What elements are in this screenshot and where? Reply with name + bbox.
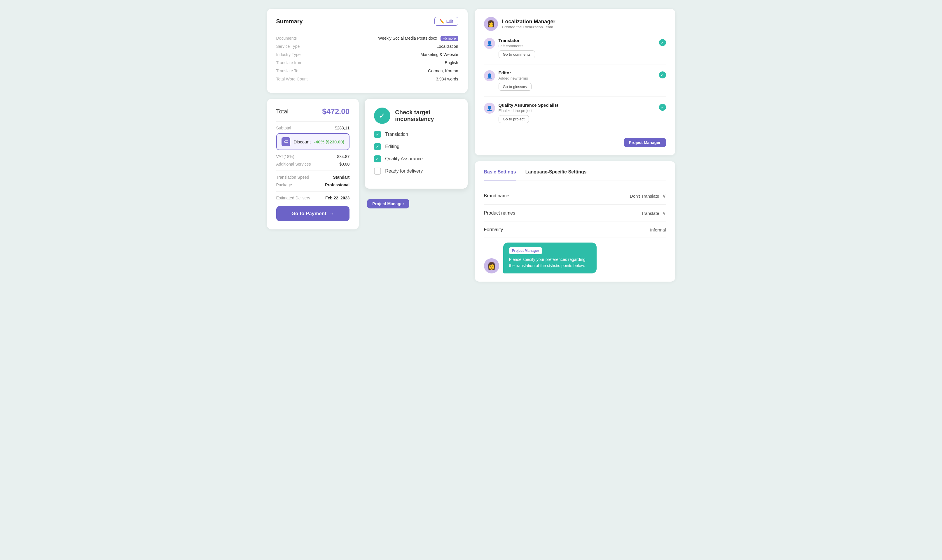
brand-value[interactable]: Don't Translate ∨	[630, 193, 666, 199]
edit-icon: ✏️	[439, 19, 444, 24]
settings-row-brand: Brand name Don't Translate ∨	[484, 188, 666, 205]
package-label: Package	[276, 183, 292, 187]
service-label: Service Type	[276, 44, 300, 49]
main-container: Summary ✏️ Edit Documents Weekly Social …	[267, 9, 675, 282]
word-count-value: 3.934 words	[436, 77, 458, 82]
check-item-translation: ✓ Translation	[374, 131, 458, 138]
check-title: Check target inconsistency	[395, 109, 458, 122]
translation-label: Translation	[385, 132, 408, 137]
industry-value: Marketing & Website	[421, 52, 458, 57]
word-count-label: Total Word Count	[276, 77, 308, 82]
package-row: Package Professional	[276, 183, 350, 187]
go-to-project-button[interactable]: Go to project	[499, 115, 529, 123]
summary-row-documents: Documents Weekly Social Media Posts.docx…	[276, 36, 458, 40]
translator-action: Left comments	[499, 44, 655, 48]
brand-chevron-icon[interactable]: ∨	[662, 193, 666, 199]
editing-checkbox[interactable]: ✓	[374, 143, 381, 150]
qa-content: Quality Assurance Specialist Finalized t…	[499, 103, 655, 123]
go-to-comments-button[interactable]: Go to comments	[499, 51, 535, 58]
speed-value: Standart	[333, 175, 350, 180]
translate-from-value: English	[445, 60, 458, 65]
check-section: ✓ Check target inconsistency ✓ Translati…	[365, 99, 467, 208]
manager-sub: Created the Localization Team	[502, 25, 555, 29]
documents-value: Weekly Social Media Posts.docx +5 more	[378, 36, 458, 40]
translate-to-value: German, Korean	[428, 69, 458, 73]
products-value[interactable]: Translate ∨	[641, 210, 666, 216]
check-header: ✓ Check target inconsistency	[374, 108, 458, 124]
tab-language-settings[interactable]: Language-Specific Settings	[526, 169, 587, 176]
pricing-section-divider-2	[276, 191, 350, 192]
activity-item-editor: 👤 Editor Added new terms Go to glossary …	[484, 70, 666, 97]
edit-button[interactable]: ✏️ Edit	[435, 17, 458, 26]
additional-label: Additional Services	[276, 162, 311, 166]
go-to-glossary-button[interactable]: Go to glossary	[499, 83, 532, 91]
summary-title: Summary	[276, 18, 303, 25]
subtotal-label: Subtotal	[276, 126, 291, 130]
discount-icon: 🏷	[282, 137, 290, 146]
go-payment-button[interactable]: Go to Payment →	[276, 206, 350, 221]
translator-content: Translator Left comments Go to comments	[499, 38, 655, 58]
translate-from-label: Translate from	[276, 60, 302, 65]
vat-label: VAT(18%)	[276, 154, 294, 159]
editor-content: Editor Added new terms Go to glossary	[499, 70, 655, 91]
settings-card: Basic Settings Language-Specific Setting…	[475, 161, 675, 282]
service-value: Localization	[437, 44, 458, 49]
pricing-card: Total $472.00 Subtotal $283,11 🏷 Discoun…	[267, 99, 359, 229]
tab-basic-settings[interactable]: Basic Settings	[484, 169, 516, 180]
summary-row-translate-to: Translate To German, Korean	[276, 69, 458, 73]
manager-name: Localization Manager	[502, 18, 555, 25]
pricing-section-divider	[276, 171, 350, 171]
settings-tabs: Basic Settings Language-Specific Setting…	[484, 169, 666, 180]
chat-bubble: Project Manager Please specify your pref…	[503, 243, 597, 274]
products-chevron-icon[interactable]: ∨	[662, 210, 666, 216]
qa-checkbox[interactable]: ✓	[374, 155, 381, 162]
activity-item-translator: 👤 Translator Left comments Go to comment…	[484, 38, 666, 65]
qa-name: Quality Assurance Specialist	[499, 103, 655, 108]
qa-check-icon: ✓	[659, 104, 666, 111]
industry-label: Industry Type	[276, 52, 301, 57]
left-column: Summary ✏️ Edit Documents Weekly Social …	[267, 9, 468, 229]
subtotal-row: Subtotal $283,11	[276, 126, 350, 130]
check-item-editing: ✓ Editing	[374, 143, 458, 150]
speed-label: Translation Speed	[276, 175, 309, 180]
pm-label-bubble[interactable]: Project Manager	[367, 199, 409, 208]
check-circle-icon: ✓	[374, 108, 390, 124]
documents-label: Documents	[276, 36, 297, 40]
middle-section: Total $472.00 Subtotal $283,11 🏷 Discoun…	[267, 99, 468, 229]
additional-value: $0.00	[339, 162, 350, 166]
translation-checkbox[interactable]: ✓	[374, 131, 381, 138]
subtotal-value: $283,11	[335, 126, 350, 130]
summary-row-translate-from: Translate from English	[276, 60, 458, 65]
qa-avatar: 👤	[484, 103, 495, 114]
summary-divider	[276, 31, 458, 31]
discount-amount: -40% ($230.00)	[314, 139, 344, 144]
delivery-value: Feb 22, 2023	[325, 195, 350, 200]
chat-pm-tag: Project Manager	[509, 247, 542, 254]
editor-check-icon: ✓	[659, 71, 666, 78]
discount-box: 🏷 Discount -40% ($230.00)	[276, 133, 350, 150]
chat-message: Please specify your preferences regardin…	[509, 257, 591, 269]
manager-avatar: 👩	[484, 17, 498, 31]
check-item-qa: ✓ Quality Assurance	[374, 155, 458, 162]
speed-row: Translation Speed Standart	[276, 175, 350, 180]
right-column: 👩 Localization Manager Created the Local…	[475, 9, 675, 282]
translator-name: Translator	[499, 38, 655, 43]
delivery-label-check: Ready for delivery	[385, 169, 423, 174]
activity-header: 👩 Localization Manager Created the Local…	[484, 17, 666, 31]
editor-action: Added new terms	[499, 76, 655, 80]
arrow-right-icon: →	[329, 211, 334, 217]
manager-info: Localization Manager Created the Localiz…	[502, 18, 555, 29]
translator-check-icon: ✓	[659, 39, 666, 46]
additional-row: Additional Services $0.00	[276, 162, 350, 166]
formality-label: Formality	[484, 227, 503, 232]
delivery-checkbox[interactable]	[374, 168, 381, 175]
qa-action: Finalized the project	[499, 108, 655, 113]
summary-header: Summary ✏️ Edit	[276, 17, 458, 26]
translator-avatar: 👤	[484, 38, 495, 49]
brand-label: Brand name	[484, 193, 509, 198]
total-label: Total	[276, 108, 288, 115]
activity-pm-bubble[interactable]: Project Manager	[624, 138, 666, 147]
delivery-label: Estimated Delivery	[276, 195, 310, 200]
summary-row-word-count: Total Word Count 3.934 words	[276, 77, 458, 82]
vat-row: VAT(18%) $84.87	[276, 154, 350, 159]
